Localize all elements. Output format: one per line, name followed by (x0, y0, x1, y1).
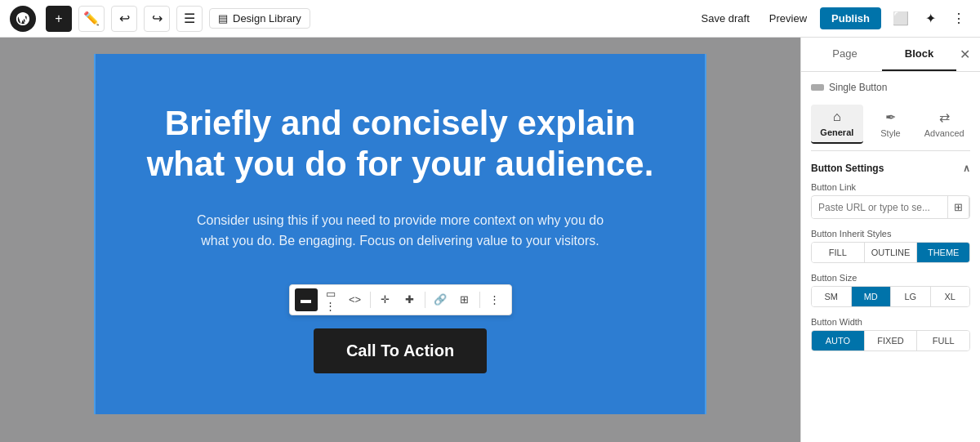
canvas-block: Briefly and concisely explain what you d… (94, 54, 706, 414)
block-type-icon (811, 84, 824, 91)
top-bar: + ✏️ ↩ ↪ ☰ ▤ Design Library Save draft P… (0, 0, 980, 38)
add-block-button[interactable]: + (46, 6, 72, 32)
save-draft-button[interactable]: Save draft (695, 9, 756, 28)
design-library-icon: ▤ (218, 12, 228, 25)
fill-button[interactable]: FILL (812, 243, 865, 262)
more-tools-button[interactable]: ✦ (920, 7, 941, 29)
toolbar-separator-2 (425, 292, 425, 308)
sub-tab-general[interactable]: ⌂ General (811, 105, 863, 144)
main-area: Briefly and concisely explain what you d… (0, 38, 980, 442)
cta-button[interactable]: Call To Action (314, 328, 487, 373)
list-view-button[interactable]: ☰ (176, 6, 203, 32)
canvas-subtext: Consider using this if you need to provi… (188, 210, 612, 252)
tab-page[interactable]: Page (808, 38, 882, 71)
button-link-label: Button Link (811, 182, 970, 192)
toolbar-code[interactable]: <> (344, 288, 367, 311)
tab-block[interactable]: Block (882, 38, 956, 71)
sidebar-content: Single Button ⌂ General ✒ Style ⇄ Advanc… (801, 72, 980, 442)
sub-tab-style[interactable]: ✒ Style (865, 105, 917, 144)
url-open-button[interactable]: ⊞ (947, 196, 969, 218)
url-input[interactable] (812, 197, 947, 218)
redo-button[interactable]: ↪ (144, 6, 170, 32)
wp-logo (10, 6, 36, 32)
theme-button[interactable]: THEME (917, 243, 969, 262)
sub-tab-advanced[interactable]: ⇄ Advanced (918, 105, 970, 144)
style-icon: ✒ (885, 109, 896, 125)
toolbar-image[interactable]: ⊞ (453, 288, 476, 311)
advanced-icon: ⇄ (939, 109, 950, 125)
general-icon: ⌂ (833, 109, 841, 124)
outline-button[interactable]: OUTLINE (865, 243, 918, 262)
sub-tab-row: ⌂ General ✒ Style ⇄ Advanced (811, 105, 970, 151)
toolbar-separator-3 (479, 292, 480, 308)
sidebar: Page Block ✕ Single Button ⌂ General ✒ S… (800, 38, 980, 442)
design-library-button[interactable]: ▤ Design Library (209, 8, 310, 29)
top-bar-actions: Save draft Preview Publish ⬜ ✦ ⋮ (695, 7, 970, 29)
sidebar-close-button[interactable]: ✕ (956, 43, 973, 65)
undo-button[interactable]: ↩ (111, 6, 137, 32)
toolbar-align-button[interactable]: ▬ (295, 288, 318, 311)
toolbar-link[interactable]: 🔗 (429, 288, 452, 311)
canvas-heading: Briefly and concisely explain what you d… (127, 103, 674, 185)
size-sm-button[interactable]: SM (812, 287, 852, 306)
block-label: Single Button (811, 82, 970, 93)
block-toolbar: ▬ ▭ ⋮ <> ✛ ✚ 🔗 ⊞ ⋮ (289, 284, 512, 315)
sub-tab-style-label: Style (880, 128, 900, 138)
canvas-wrapper: Briefly and concisely explain what you d… (94, 54, 706, 442)
url-dropdown-button[interactable]: ∨ (969, 196, 970, 218)
button-settings-label: Button Settings (811, 163, 884, 174)
button-size-group: SM MD LG XL (811, 286, 970, 307)
toolbar-separator (370, 292, 371, 308)
edit-button[interactable]: ✏️ (78, 6, 105, 32)
publish-button[interactable]: Publish (820, 7, 881, 29)
toolbar-more[interactable]: ⋮ (483, 288, 506, 311)
url-input-row: ⊞ ∨ (811, 195, 970, 219)
options-button[interactable]: ⋮ (947, 7, 970, 29)
button-inherit-label: Button Inherit Styles (811, 229, 970, 239)
width-auto-button[interactable]: AUTO (812, 331, 865, 350)
size-xl-button[interactable]: XL (931, 287, 970, 306)
canvas-area: Briefly and concisely explain what you d… (0, 38, 800, 442)
inherit-styles-group: FILL OUTLINE THEME (811, 242, 970, 263)
block-type-name: Single Button (829, 82, 887, 93)
sub-tab-advanced-label: Advanced (924, 128, 964, 138)
toolbar-add-left[interactable]: ✛ (374, 288, 397, 311)
sub-tab-general-label: General (820, 127, 853, 137)
sidebar-tab-row: Page Block ✕ (801, 38, 980, 72)
toggle-sidebar-button[interactable]: ⬜ (888, 7, 914, 29)
size-lg-button[interactable]: LG (891, 287, 931, 306)
button-settings-header[interactable]: Button Settings ∧ (811, 163, 970, 174)
width-fixed-button[interactable]: FIXED (865, 331, 918, 350)
collapse-icon: ∧ (963, 163, 970, 174)
toolbar-add-right[interactable]: ✚ (399, 288, 421, 311)
width-full-button[interactable]: FULL (917, 331, 969, 350)
size-md-button[interactable]: MD (852, 287, 892, 306)
button-size-label: Button Size (811, 273, 970, 283)
button-width-label: Button Width (811, 317, 970, 327)
button-width-group: AUTO FIXED FULL (811, 330, 970, 351)
preview-button[interactable]: Preview (763, 9, 813, 28)
toolbar-button-type[interactable]: ▭ ⋮ (319, 288, 342, 311)
